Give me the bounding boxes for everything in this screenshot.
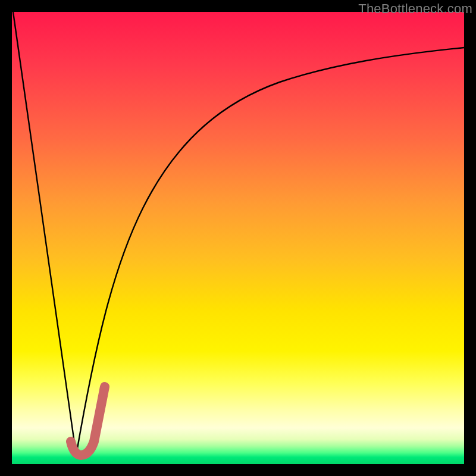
curve-layer (12, 12, 464, 464)
plot-area (12, 12, 464, 464)
chart-stage: TheBottleneck.com (0, 0, 476, 476)
j-marker (71, 387, 105, 455)
left-descent-line (13, 12, 76, 455)
right-curve-line (76, 48, 464, 455)
watermark-text: TheBottleneck.com (358, 1, 472, 17)
